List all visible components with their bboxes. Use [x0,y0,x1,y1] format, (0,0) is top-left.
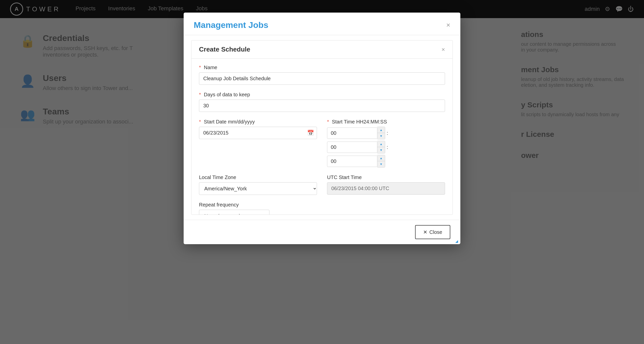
repeat-group: Repeat frequency None (run once) Minutel… [199,202,445,214]
start-date-required-star: * [199,119,201,124]
repeat-select[interactable]: None (run once) Minutely Hourly Daily We… [199,210,269,214]
modal-footer: ✕ Close [184,220,460,244]
hour-colon: : [385,130,390,136]
start-date-col: * Start Date mm/dd/yyyy 📅 [199,119,317,146]
timezone-group: Local Time Zone America/New_York America… [199,175,317,195]
second-input[interactable] [327,156,377,167]
utc-input [327,182,445,195]
hour-down-button[interactable]: ▼ [377,133,385,139]
start-time-required-star: * [327,119,329,124]
name-label: * Name [199,65,445,70]
hour-up-button[interactable]: ▲ [377,127,385,133]
second-spinner-btns: ▲ ▼ [377,155,385,167]
days-input[interactable] [199,100,445,112]
minute-up-button[interactable]: ▲ [377,141,385,147]
schedule-modal-header: Create Schedule × [191,40,453,59]
name-field-group: * Name [199,65,445,85]
second-up-button[interactable]: ▲ [377,155,385,161]
mgmt-modal: Management Jobs × Create Schedule × * Na… [184,13,460,244]
name-required-star: * [199,65,201,70]
utc-col: UTC Start Time [327,175,445,202]
days-label: * Days of data to keep [199,92,445,98]
start-time-group: * Start Time HH24:MM:SS ▲ ▼ [327,119,445,167]
time-spinner-group: ▲ ▼ : ▲ ▼ [327,127,445,167]
second-down-button[interactable]: ▼ [377,161,385,167]
schedule-form-body: * Name * Days of data to keep * [191,59,453,214]
mgmt-modal-header: Management Jobs × [184,13,460,35]
utc-group: UTC Start Time [327,175,445,195]
minute-input[interactable] [327,142,377,153]
minute-colon: : [385,144,390,150]
days-required-star: * [199,92,201,97]
minute-down-button[interactable]: ▼ [377,147,385,153]
start-date-label: * Start Date mm/dd/yyyy [199,119,317,125]
days-field-group: * Days of data to keep [199,92,445,112]
resize-handle[interactable]: ◢ [455,239,459,243]
timezone-label: Local Time Zone [199,175,317,180]
start-time-label: * Start Time HH24:MM:SS [327,119,445,125]
timezone-col: Local Time Zone America/New_York America… [199,175,317,202]
minute-spinner: ▲ ▼ : [327,141,445,153]
start-time-col: * Start Time HH24:MM:SS ▲ ▼ [327,119,445,175]
name-input[interactable] [199,72,445,85]
datetime-row: * Start Date mm/dd/yyyy 📅 * Start T [199,119,445,175]
timezone-row: Local Time Zone America/New_York America… [199,175,445,202]
date-input-wrapper: 📅 [199,127,317,139]
mgmt-modal-close-button[interactable]: × [446,22,450,29]
repeat-label: Repeat frequency [199,202,445,208]
start-date-input[interactable] [199,127,317,139]
minute-spinner-btns: ▲ ▼ [377,141,385,153]
schedule-modal: Create Schedule × * Name * Days of data … [191,40,453,215]
close-button-icon: ✕ [423,229,427,235]
schedule-modal-close-button[interactable]: × [441,46,445,53]
timezone-select[interactable]: America/New_York America/Chicago America… [199,182,317,195]
hour-input[interactable] [327,127,377,139]
hour-spinner: ▲ ▼ : [327,127,445,139]
start-date-group: * Start Date mm/dd/yyyy 📅 [199,119,317,139]
schedule-modal-title: Create Schedule [199,46,250,53]
mgmt-modal-title: Management Jobs [194,20,268,30]
hour-spinner-btns: ▲ ▼ [377,127,385,139]
close-button-label: Close [429,229,442,235]
calendar-icon[interactable]: 📅 [307,130,314,136]
second-spinner: ▲ ▼ [327,155,445,167]
close-button[interactable]: ✕ Close [415,225,450,239]
utc-label: UTC Start Time [327,175,445,180]
